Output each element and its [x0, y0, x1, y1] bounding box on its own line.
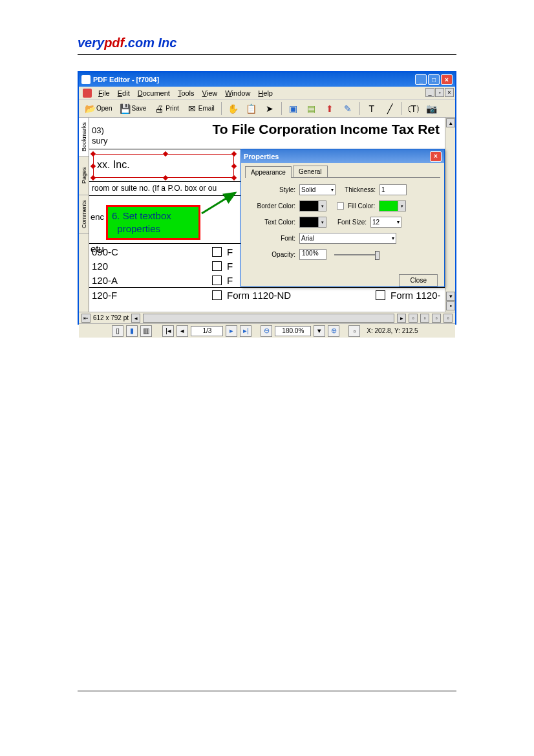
pencil-tool[interactable]: ✎	[339, 102, 356, 116]
fill-color-picker[interactable]: ▾	[379, 200, 406, 211]
font-label: Font:	[250, 235, 295, 242]
copy-tool[interactable]: 📋	[243, 102, 260, 116]
toolbar-separator	[281, 102, 282, 115]
doc-heading: To File Corporation Income Tax Ret	[212, 122, 440, 137]
view-mode-2[interactable]: ▫	[420, 314, 429, 323]
note-tool[interactable]: ▣	[285, 102, 302, 116]
minimize-button[interactable]: _	[415, 74, 427, 85]
textbox-value[interactable]: xx. Inc.	[97, 159, 130, 171]
style-label: Style:	[250, 186, 295, 193]
menu-edit[interactable]: Edit	[114, 89, 134, 97]
mdi-restore[interactable]: ▫	[435, 88, 444, 97]
dialog-titlebar[interactable]: Properties ×	[241, 149, 444, 163]
close-button[interactable]: ×	[441, 74, 453, 85]
dialog-close-btn[interactable]: Close	[399, 274, 438, 286]
view-mode-3[interactable]: ▫	[432, 314, 441, 323]
selected-textbox[interactable]: xx. Inc.	[93, 154, 234, 178]
vertical-scrollbar[interactable]: ▴ ▾ ▪	[445, 118, 455, 312]
checkbox[interactable]	[212, 247, 222, 257]
menu-app-icon	[83, 89, 92, 98]
font-size-select[interactable]: 12	[370, 217, 401, 228]
fill-color-checkbox[interactable]	[337, 202, 344, 210]
text-tool[interactable]: T	[363, 102, 380, 116]
font-select[interactable]: Arial	[299, 233, 396, 244]
zoom-input[interactable]	[275, 326, 311, 336]
hscroll-right[interactable]: ▸	[397, 314, 406, 323]
select-tool[interactable]: ➤	[261, 102, 278, 116]
scroll-up-button[interactable]: ▴	[446, 118, 455, 127]
workspace: Bookmarks Pages Comments To File Corpora…	[79, 118, 455, 312]
menubar: File Edit Document Tools View Window Hel…	[79, 87, 455, 100]
horizontal-scrollbar[interactable]	[143, 314, 394, 323]
mdi-close[interactable]: ×	[445, 88, 454, 97]
link-tool[interactable]: ▤	[303, 102, 320, 116]
tab-appearance[interactable]: Appearance	[245, 166, 292, 178]
properties-dialog[interactable]: Properties × Appearance General Style: S…	[240, 149, 445, 287]
last-page-button[interactable]: ▸|	[240, 325, 251, 337]
instruction-callout: 6. Set textbox properties	[106, 205, 200, 240]
sb-page-icon[interactable]: ▫	[348, 325, 360, 337]
checkbox[interactable]	[212, 261, 222, 271]
open-button[interactable]: 📂Open	[81, 102, 115, 116]
opacity-input[interactable]: 100%	[299, 249, 326, 260]
tab-pages[interactable]: Pages	[79, 157, 89, 195]
thickness-input[interactable]: 1	[379, 184, 407, 195]
page-number-input[interactable]	[191, 326, 223, 336]
menu-window[interactable]: Window	[221, 89, 254, 97]
page-dimensions: 612 x 792 pt	[93, 314, 129, 321]
save-button[interactable]: 💾Save	[116, 102, 149, 116]
zoom-in-button[interactable]: ⊕	[328, 325, 339, 337]
form-label: Form 1120-	[390, 290, 441, 301]
form-row: 120-F Form 1120-ND Form 1120-	[89, 288, 455, 302]
scroll-down-button[interactable]: ▾	[446, 292, 455, 301]
sb-continuous[interactable]: ▮	[126, 325, 138, 337]
prev-page-button[interactable]: ◂	[176, 325, 188, 337]
hand-tool[interactable]: ✋	[225, 102, 242, 116]
snapshot-tool[interactable]: 📷	[423, 102, 440, 116]
dialog-close-button[interactable]: ×	[430, 151, 442, 162]
line-tool[interactable]: ╱	[381, 102, 398, 116]
dialog-body: Style: Solid Thickness: 1 Border Color: …	[245, 177, 440, 272]
email-button[interactable]: ✉Email	[184, 102, 218, 116]
zoom-dropdown[interactable]: ▾	[314, 325, 325, 337]
menu-file[interactable]: File	[94, 89, 114, 97]
tab-comments[interactable]: Comments	[79, 195, 89, 234]
document-area[interactable]: To File Corporation Income Tax Ret 03) s…	[89, 118, 455, 312]
titlebar[interactable]: PDF Editor - [f7004] _ □ ×	[79, 72, 455, 87]
print-label: Print	[166, 105, 179, 112]
dim-left[interactable]: ⇤	[81, 314, 91, 323]
opacity-slider[interactable]	[334, 254, 379, 255]
doc-line-text: room or suite no. (If a P.O. box or ou	[92, 184, 217, 193]
zoom-out-button[interactable]: ⊖	[261, 325, 272, 337]
dialog-title: Properties	[244, 153, 279, 160]
text-color-picker[interactable]: ▾	[299, 217, 326, 228]
stamp-tool[interactable]: ⬆	[321, 102, 338, 116]
hscroll-left[interactable]: ◂	[131, 314, 140, 323]
checkbox[interactable]	[376, 290, 385, 300]
maximize-button[interactable]: □	[428, 74, 440, 85]
checkbox[interactable]	[212, 290, 222, 300]
view-mode-4[interactable]: ▫	[443, 314, 453, 323]
mdi-minimize[interactable]: _	[425, 88, 434, 97]
menu-view[interactable]: View	[198, 89, 222, 97]
view-mode-1[interactable]: ▫	[409, 314, 418, 323]
footer-rule	[78, 691, 456, 691]
doc-fragment: sury	[92, 136, 108, 146]
tab-bookmarks[interactable]: Bookmarks	[79, 118, 89, 157]
doc-fragment: enc	[91, 212, 104, 222]
font-size-label: Font Size:	[330, 219, 367, 226]
edit-text-tool[interactable]: ⟮T⟯	[405, 102, 422, 116]
border-color-picker[interactable]: ▾	[299, 200, 326, 211]
print-icon: 🖨	[154, 103, 164, 114]
first-page-button[interactable]: |◂	[162, 325, 174, 337]
menu-tools[interactable]: Tools	[174, 89, 198, 97]
menu-document[interactable]: Document	[134, 89, 174, 97]
print-button[interactable]: 🖨Print	[151, 102, 182, 116]
sb-facing[interactable]: ▥	[140, 325, 152, 337]
menu-help[interactable]: Help	[254, 89, 277, 97]
next-page-button[interactable]: ▸	[226, 325, 237, 337]
sb-single-page[interactable]: ▯	[112, 325, 123, 337]
tab-general[interactable]: General	[293, 166, 328, 177]
style-select[interactable]: Solid	[299, 184, 336, 195]
checkbox[interactable]	[212, 275, 222, 285]
